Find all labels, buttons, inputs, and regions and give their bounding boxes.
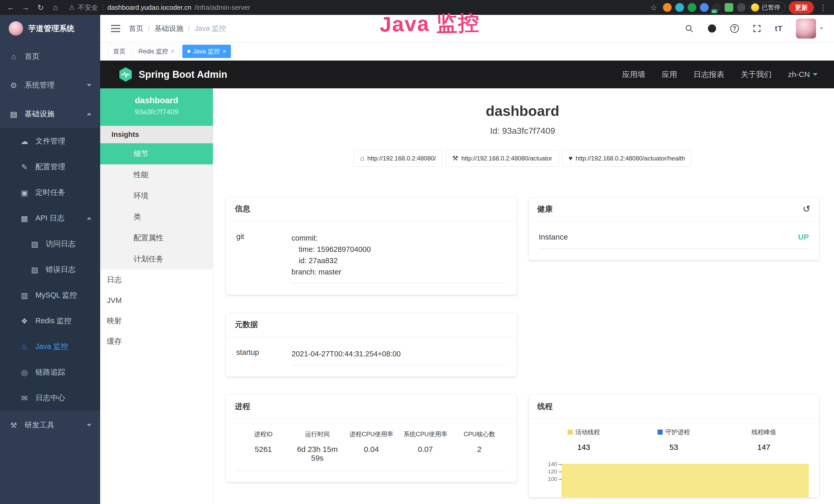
sba-menu-classes[interactable]: 类 [100, 206, 213, 228]
sidebar-item-system-mgmt[interactable]: ⚙ 系统管理 [0, 71, 100, 100]
chevron-down-icon [813, 73, 817, 76]
service-url-label: http://192.168.0.2:48080/ [367, 155, 436, 162]
sba-brand[interactable]: Spring Boot Admin [139, 69, 227, 80]
forward-icon[interactable]: → [20, 3, 31, 12]
redis-icon: ❖ [20, 317, 29, 325]
sba-nav-applications[interactable]: 应用 [662, 69, 677, 80]
legend-swatch-blue [658, 430, 663, 435]
extension-icon-5[interactable]: on [712, 3, 721, 12]
app-logo[interactable]: 芋道管理系统 [0, 15, 100, 42]
reload-icon[interactable]: ↻ [35, 3, 46, 12]
update-button[interactable]: 更新 [789, 1, 814, 14]
extension-icon-2[interactable] [675, 3, 684, 12]
kebab-menu-icon[interactable]: ⋮ [817, 3, 829, 12]
sidebar-item-file-mgmt[interactable]: ☁ 文件管理 [0, 129, 100, 154]
sidebar-item-log-center[interactable]: ✉ 日志中心 [0, 385, 100, 411]
process-column: CPU核心数 2 [452, 430, 506, 462]
header-actions: ? tT [684, 19, 823, 39]
extension-icon-4[interactable] [700, 3, 709, 12]
actuator-url-button[interactable]: ⚒ http://192.168.0.2:48080/actuator [446, 150, 559, 167]
extension-icon-7[interactable] [737, 3, 746, 12]
metadata-row: startup 2021-04-27T00:44:31.254+08:00 [236, 348, 506, 365]
sba-nav-about[interactable]: 关于我们 [741, 69, 772, 80]
address-bar[interactable]: ⚠ 不安全 dashboard.yudao.iocoder.cn/infra/a… [65, 3, 644, 12]
browser-home-icon[interactable]: ⌂ [50, 3, 61, 12]
log-icon: ▦ [20, 214, 29, 223]
sidebar-item-tracing[interactable]: ◎ 链路追踪 [0, 360, 100, 385]
sidebar-item-label: 配置管理 [36, 162, 65, 172]
sidebar-item-home[interactable]: ⌂ 首页 [0, 42, 100, 71]
health-url-button[interactable]: ♥ http://192.168.0.2:48080/actuator/heal… [562, 150, 692, 167]
search-icon[interactable] [684, 24, 694, 33]
github-icon[interactable] [707, 24, 717, 33]
sidebar-item-config-mgmt[interactable]: ✎ 配置管理 [0, 154, 100, 180]
profile-paused-badge[interactable]: 已暂停 [749, 2, 785, 13]
tab-label: 首页 [113, 47, 126, 55]
extension-icon-1[interactable] [663, 3, 672, 12]
breadcrumb-home[interactable]: 首页 [129, 24, 143, 33]
sba-menu-jvm[interactable]: JVM [100, 290, 213, 311]
fullscreen-icon[interactable] [752, 24, 762, 33]
process-value: 5261 [236, 445, 290, 454]
sba-menu-environment[interactable]: 环境 [100, 185, 213, 206]
tab-redis-monitor[interactable]: Redis 监控 × [134, 45, 179, 58]
sidebar-item-infrastructure[interactable]: ▤ 基础设施 [0, 100, 100, 129]
wrench-icon: ⚒ [452, 154, 458, 162]
bookmark-star-icon[interactable]: ☆ [648, 3, 659, 12]
font-size-icon[interactable]: tT [775, 24, 783, 33]
health-card-title: 健康 [537, 204, 553, 214]
sba-nav-links: 应用墙 应用 日志报表 关于我们 zh-CN [622, 69, 817, 80]
sidebar-item-scheduled-jobs[interactable]: ▣ 定时任务 [0, 180, 100, 205]
security-label[interactable]: 不安全 [78, 3, 98, 12]
app-title: 芋道管理系统 [28, 23, 74, 34]
sba-menu-performance[interactable]: 性能 [100, 164, 213, 185]
sidebar-item-java-monitor[interactable]: ♨ Java 监控 [0, 334, 100, 360]
info-key: git [236, 232, 291, 283]
info-line: id: 27aa832 [291, 255, 506, 266]
extension-icon-6[interactable] [725, 3, 733, 12]
history-icon[interactable]: ↺ [803, 204, 810, 214]
sidebar-item-mysql-monitor[interactable]: ▥ MySQL 监控 [0, 282, 100, 308]
user-menu[interactable] [796, 19, 823, 39]
legend-item: 线程峰值 147 [719, 428, 809, 452]
sba-menu-mappings[interactable]: 映射 [100, 311, 213, 331]
process-header: 运行时间 [290, 430, 344, 438]
sidebar-item-error-log[interactable]: ▨ 错误日志 [0, 257, 100, 282]
sidebar-item-dev-tools[interactable]: ⚒ 研发工具 [0, 411, 100, 439]
chevron-up-icon [87, 217, 91, 220]
sidebar-item-access-log[interactable]: ▧ 访问日志 [0, 231, 100, 257]
back-icon[interactable]: ← [5, 3, 17, 12]
info-card-header: 信息 [226, 197, 517, 221]
legend-swatch-yellow [568, 430, 573, 435]
sba-nav-wallboard[interactable]: 应用墙 [622, 69, 645, 80]
sidebar-item-label: 访问日志 [46, 239, 75, 249]
tab-home[interactable]: 首页 [108, 45, 130, 58]
breadcrumb-infrastructure[interactable]: 基础设施 [155, 24, 183, 33]
avatar [796, 19, 816, 39]
sidebar-item-redis-monitor[interactable]: ❖ Redis 监控 [0, 308, 100, 334]
close-icon[interactable]: × [171, 48, 174, 55]
sidebar-item-label: 错误日志 [46, 265, 75, 275]
sba-menu-details[interactable]: 细节 [100, 143, 213, 164]
sba-menu-scheduled-tasks[interactable]: 计划任务 [100, 249, 213, 270]
instance-id: 93a3fc7f7409 [100, 108, 213, 116]
service-url-button[interactable]: ⌂ http://192.168.0.2:48080/ [354, 150, 442, 167]
spring-boot-admin-frame: Spring Boot Admin 应用墙 应用 日志报表 关于我们 zh-CN [100, 61, 834, 504]
instance-header[interactable]: dashboard 93a3fc7f7409 [100, 88, 213, 126]
app-sidebar: 芋道管理系统 ⌂ 首页 ⚙ 系统管理 ▤ 基础设施 ☁ [0, 15, 100, 504]
help-icon[interactable]: ? [730, 24, 739, 33]
actuator-url-label: http://192.168.0.2:48080/actuator [461, 155, 552, 162]
close-icon[interactable]: × [222, 48, 226, 55]
extension-icon-3[interactable] [687, 3, 696, 12]
sba-menu-config-props[interactable]: 配置属性 [100, 228, 213, 249]
health-card-content: Instance UP [529, 221, 819, 260]
log-center-icon: ✉ [20, 394, 29, 403]
sba-menu-logs[interactable]: 日志 [100, 270, 213, 290]
tab-java-monitor[interactable]: Java 监控 × [182, 45, 231, 58]
sidebar-item-api-log[interactable]: ▦ API 日志 [0, 205, 100, 231]
y-tick: 140 [539, 460, 562, 468]
locale-selector[interactable]: zh-CN [788, 70, 817, 79]
sba-nav-journal[interactable]: 日志报表 [694, 69, 724, 80]
sba-menu-caches[interactable]: 缓存 [100, 331, 213, 352]
sidebar-toggle-icon[interactable] [111, 25, 120, 32]
